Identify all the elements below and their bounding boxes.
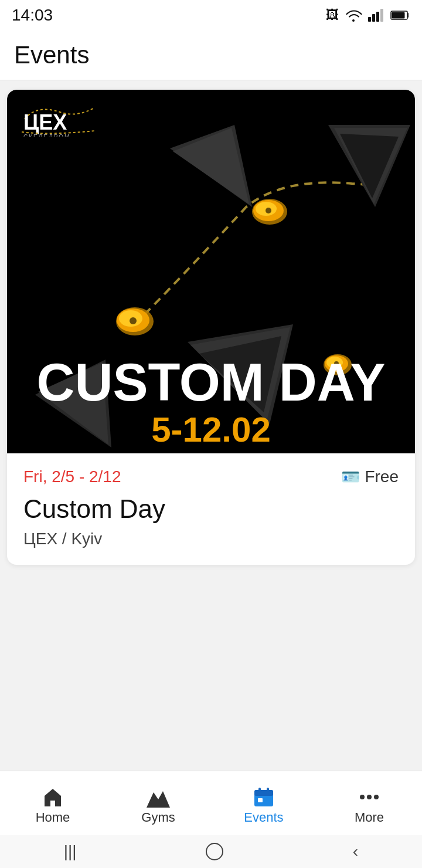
- event-location: ЦЕХ / Kyiv: [23, 530, 399, 548]
- event-image: ЦЕХ СКЕЛЕДРОМ: [7, 90, 415, 453]
- event-info: Fri, 2/5 - 2/12 🪪 Free Custom Day ЦЕХ / …: [7, 453, 415, 565]
- event-scene-svg: CUSTOM DAY 5-12.02: [7, 90, 415, 453]
- svg-text:CUSTOM DAY: CUSTOM DAY: [36, 353, 385, 412]
- event-logo: ЦЕХ СКЕЛЕДРОМ: [19, 101, 101, 139]
- ticket-icon: 🪪: [341, 468, 360, 486]
- svg-rect-5: [392, 12, 405, 19]
- svg-text:СКЕЛЕДРОМ: СКЕЛЕДРОМ: [23, 134, 70, 137]
- nav-item-home[interactable]: Home: [0, 771, 106, 835]
- page-title: Events: [14, 41, 89, 69]
- battery-icon: [390, 10, 410, 21]
- home-icon: [42, 786, 63, 808]
- svg-point-11: [130, 317, 137, 324]
- status-bar: 14:03 🖼: [0, 0, 422, 30]
- svg-point-38: [360, 795, 365, 799]
- wifi-icon: [345, 9, 362, 22]
- nav-label-more: More: [355, 810, 384, 825]
- event-price-row: 🪪 Free: [341, 467, 399, 486]
- svg-rect-37: [258, 798, 263, 802]
- svg-marker-32: [147, 791, 170, 808]
- nav-item-events[interactable]: Events: [211, 771, 316, 835]
- svg-rect-2: [376, 12, 379, 22]
- svg-point-39: [367, 795, 372, 799]
- calendar-icon: [253, 786, 274, 808]
- system-home-button[interactable]: [204, 841, 225, 862]
- svg-text:ЦЕХ: ЦЕХ: [23, 110, 67, 134]
- event-date-row: Fri, 2/5 - 2/12 🪪 Free: [23, 467, 399, 486]
- nav-label-gyms: Gyms: [141, 810, 175, 825]
- svg-marker-24: [173, 128, 249, 204]
- bottom-nav: Home Gyms Events More: [0, 771, 422, 835]
- nav-label-events: Events: [244, 810, 283, 825]
- more-icon: [359, 786, 380, 808]
- status-time: 14:03: [12, 6, 53, 25]
- svg-rect-1: [372, 14, 375, 22]
- event-date: Fri, 2/5 - 2/12: [23, 467, 121, 486]
- main-content: ЦЕХ СКЕЛЕДРОМ: [0, 80, 422, 659]
- event-card[interactable]: ЦЕХ СКЕЛЕДРОМ: [7, 90, 415, 565]
- svg-point-40: [374, 795, 379, 799]
- system-back-button[interactable]: ‹: [353, 842, 358, 861]
- svg-rect-41: [206, 843, 223, 860]
- gyms-icon: [147, 786, 170, 808]
- image-icon: 🖼: [326, 8, 339, 23]
- signal-icon: [368, 9, 384, 22]
- svg-rect-35: [258, 788, 261, 792]
- page-header: Events: [0, 30, 422, 80]
- svg-rect-36: [267, 788, 269, 792]
- nav-item-gyms[interactable]: Gyms: [106, 771, 211, 835]
- system-nav: ||| ‹: [0, 835, 422, 868]
- svg-point-15: [266, 208, 271, 213]
- svg-text:5-12.02: 5-12.02: [151, 410, 271, 449]
- event-price: Free: [365, 467, 399, 486]
- event-name: Custom Day: [23, 494, 399, 524]
- nav-item-more[interactable]: More: [316, 771, 422, 835]
- svg-rect-0: [368, 17, 371, 22]
- nav-label-home: Home: [36, 810, 70, 825]
- status-icons: 🖼: [326, 8, 410, 23]
- svg-rect-34: [254, 790, 273, 796]
- svg-rect-3: [380, 9, 383, 22]
- system-menu-button[interactable]: |||: [64, 842, 77, 861]
